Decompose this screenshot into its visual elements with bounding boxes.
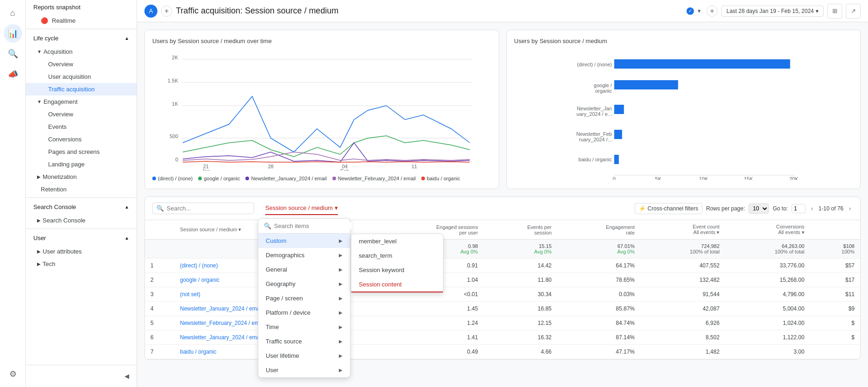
- dropdown-item-custom[interactable]: Custom ▶: [258, 234, 350, 248]
- row-rate: 87.14%: [557, 330, 641, 345]
- row-events: 4.66: [483, 345, 557, 359]
- acquisition-group[interactable]: ▼ Acquisition: [26, 45, 137, 58]
- row-events: 14.42: [483, 259, 557, 273]
- col-event-count[interactable]: Event countAll events ▾: [640, 220, 725, 240]
- submenu-search-term[interactable]: search_term: [351, 248, 443, 263]
- conversions-link[interactable]: Conversions: [26, 133, 137, 146]
- events-link[interactable]: Events: [26, 121, 137, 133]
- submenu-session-content[interactable]: Session content: [351, 277, 443, 292]
- dropdown-item-time[interactable]: Time ▶: [258, 320, 350, 334]
- search-input[interactable]: [167, 205, 245, 212]
- user-acquisition-link[interactable]: User acquisition: [26, 70, 137, 83]
- svg-rect-24: [614, 59, 790, 69]
- row-conversions: 5,004.00: [725, 302, 810, 316]
- lifecycle-chevron: ▲: [125, 36, 129, 41]
- svg-text:11: 11: [412, 164, 417, 169]
- dropdown-search-input[interactable]: [274, 222, 352, 229]
- col-rate[interactable]: Engagementrate: [557, 220, 641, 240]
- traffic-acquisition-link[interactable]: Traffic acquisition: [26, 83, 137, 95]
- row-conversions: 3.00: [725, 345, 810, 359]
- share-btn[interactable]: ↗: [846, 4, 861, 19]
- table-row: 1 (direct) / (none) 0.91 14.42 64.17% 40…: [145, 259, 860, 273]
- session-source-medium-btn[interactable]: Session source / medium ▾: [265, 202, 338, 215]
- total-count: 724,982100% of total: [640, 240, 725, 259]
- chart-legend: (direct) / (none) google / organic Newsl…: [152, 176, 491, 181]
- row-conversions: 4,796.00: [725, 287, 810, 302]
- realtime-link[interactable]: 🔴 Realtime: [26, 14, 137, 27]
- row-rate: 0.03%: [557, 287, 641, 302]
- date-range-picker[interactable]: Last 28 days Jan 19 - Feb 15, 2024 ▾: [721, 6, 824, 17]
- dropdown-item-platform[interactable]: Platform / device ▶: [258, 305, 350, 320]
- svg-text:0: 0: [612, 176, 615, 180]
- reports-snapshot-link[interactable]: Reports snapshot: [26, 0, 137, 14]
- dropdown-item-page-screen[interactable]: Page / screen ▶: [258, 291, 350, 305]
- row-rate: 84.74%: [557, 316, 641, 330]
- row-engaged: 0.49: [374, 345, 484, 359]
- table-view-btn[interactable]: ⊞: [827, 4, 842, 19]
- dropdown-search-box[interactable]: 🔍: [258, 219, 350, 234]
- title-chevron-icon[interactable]: ▾: [698, 7, 701, 14]
- search-console-header[interactable]: Search Console ▲: [26, 200, 137, 214]
- tech-group[interactable]: ▶ Tech: [26, 258, 137, 270]
- landing-page-link[interactable]: Landing page: [26, 158, 137, 171]
- svg-text:5K: 5K: [655, 176, 662, 180]
- search-console-sub-group[interactable]: ▶ Search Console: [26, 214, 137, 227]
- user-attributes-group[interactable]: ▶ User attributes: [26, 245, 137, 258]
- row-revenue: $11: [810, 287, 860, 302]
- demographics-chevron: ▶: [339, 253, 343, 258]
- svg-text:28: 28: [268, 164, 274, 169]
- data-table-section: 🔍 Session source / medium ▾ 🔍: [144, 197, 861, 360]
- retention-link[interactable]: Retention: [26, 183, 137, 196]
- submenu-session-keyword[interactable]: Session keyword: [351, 263, 443, 277]
- engagement-overview-link[interactable]: Overview: [26, 108, 137, 121]
- submenu-member-level[interactable]: member_level: [351, 234, 443, 248]
- rows-per-page-select[interactable]: 10 25 50: [749, 203, 769, 214]
- prev-page-btn[interactable]: ‹: [809, 204, 815, 213]
- lifecycle-header[interactable]: Life cycle ▲: [26, 31, 137, 45]
- reports-icon[interactable]: 📊: [4, 24, 22, 43]
- pagination-info: 1-10 of 76: [818, 205, 843, 212]
- add-property-btn[interactable]: +: [161, 6, 172, 17]
- total-conversions: 64,263.00100% of total: [725, 240, 810, 259]
- row-rate: 47.17%: [557, 345, 641, 359]
- pagination-controls: Rows per page: 10 25 50 Go to: ‹ 1-10 of…: [706, 203, 853, 214]
- go-to-input[interactable]: [792, 204, 806, 213]
- dropdown-item-demographics[interactable]: Demographics ▶: [258, 248, 350, 262]
- total-events: 15.15Avg 0%: [483, 240, 557, 259]
- col-num: [145, 220, 175, 240]
- dimension-dropdown: 🔍 Custom ▶ Demographics ▶ General: [258, 218, 350, 378]
- svg-rect-25: [614, 80, 678, 89]
- collapse-sidebar-btn[interactable]: ◀: [26, 369, 137, 383]
- dropdown-item-traffic-source[interactable]: Traffic source ▶: [258, 334, 350, 349]
- table-row: 5 Newsletter_February_2024 / email 1.24 …: [145, 316, 860, 330]
- dropdown-item-user-lifetime[interactable]: User lifetime ▶: [258, 349, 350, 363]
- reports-snapshot-label: Reports snapshot: [33, 4, 81, 11]
- add-comparison-btn[interactable]: +: [706, 6, 718, 17]
- page-title: Traffic acquisition: Session source / me…: [176, 6, 683, 16]
- dropdown-item-geography[interactable]: Geography ▶: [258, 277, 350, 291]
- advertising-icon[interactable]: 📣: [4, 65, 22, 83]
- explore-icon[interactable]: 🔍: [4, 44, 22, 63]
- col-events-per[interactable]: Events persession: [483, 220, 557, 240]
- dropdown-item-general[interactable]: General ▶: [258, 262, 350, 277]
- row-events: 12.15: [483, 316, 557, 330]
- row-num: 3: [145, 287, 175, 302]
- row-rate: 78.65%: [557, 273, 641, 287]
- overview-link[interactable]: Overview: [26, 58, 137, 70]
- row-revenue: $57: [810, 259, 860, 273]
- pages-screens-link[interactable]: Pages and screens: [26, 146, 137, 158]
- svg-rect-28: [614, 155, 618, 164]
- col-conversions[interactable]: ConversionsAll events ▾: [725, 220, 810, 240]
- user-header[interactable]: User ▲: [26, 231, 137, 245]
- monetization-group[interactable]: ▶ Monetization: [26, 171, 137, 183]
- verified-badge: ✓: [687, 7, 694, 15]
- dropdown-item-user[interactable]: User ▶: [258, 363, 350, 377]
- next-page-btn[interactable]: ›: [847, 204, 853, 213]
- table-search[interactable]: 🔍: [152, 203, 254, 214]
- col-revenue[interactable]: [810, 220, 860, 240]
- row-rate: 64.17%: [557, 259, 641, 273]
- engagement-group[interactable]: ▼ Engagement: [26, 95, 137, 108]
- home-icon[interactable]: ⌂: [4, 4, 22, 22]
- settings-icon[interactable]: ⚙: [4, 365, 22, 383]
- cross-channel-filter-btn[interactable]: ⚡ Cross-channel filters: [635, 203, 702, 214]
